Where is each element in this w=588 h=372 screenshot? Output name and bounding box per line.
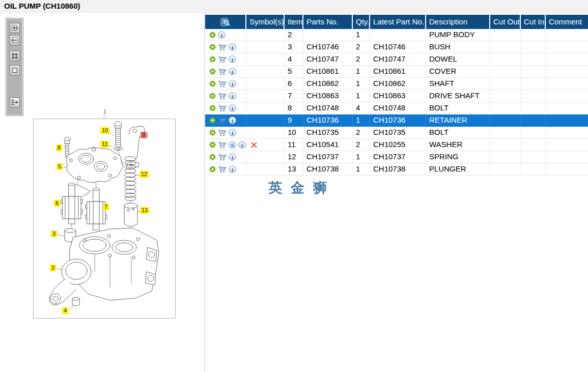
zoom-out-button[interactable] xyxy=(10,35,20,45)
table-row-item-6[interactable]: i6CH108621CH10862SHAFT xyxy=(205,78,588,90)
callout-13[interactable]: 13 xyxy=(140,207,149,214)
info-icon[interactable]: i xyxy=(229,55,236,63)
cell-qty: 1 xyxy=(353,115,370,126)
info-icon[interactable]: i xyxy=(229,43,236,51)
info-icon[interactable]: i xyxy=(218,31,226,39)
table-row-item-5[interactable]: i5CH108611CH10861COVER xyxy=(205,66,588,78)
gear-icon[interactable] xyxy=(209,105,216,111)
cart-icon[interactable] xyxy=(218,154,227,161)
column-header-desc[interactable]: Description xyxy=(426,15,490,29)
table-row-item-11[interactable]: Si11CH105412CH10255WASHER xyxy=(205,139,588,151)
gear-icon[interactable] xyxy=(209,154,216,160)
column-header-actions[interactable] xyxy=(205,15,246,29)
callout-2[interactable]: 2 xyxy=(50,265,56,271)
gear-icon[interactable] xyxy=(209,166,216,173)
callout-5[interactable]: 5 xyxy=(57,163,63,170)
callout-7[interactable]: 7 xyxy=(103,204,109,210)
cross-icon xyxy=(251,142,257,148)
column-header-item[interactable]: Item xyxy=(285,15,303,29)
cell-cutout xyxy=(490,115,521,126)
callout-6[interactable]: 6 xyxy=(54,200,60,207)
cart-icon[interactable] xyxy=(218,68,227,75)
info-icon[interactable]: i xyxy=(229,165,236,173)
column-header-parts[interactable]: Parts No. xyxy=(303,15,353,29)
callout-8[interactable]: 8 xyxy=(56,145,62,151)
panel-splitter[interactable] xyxy=(204,13,205,372)
table-row-item-8[interactable]: i8CH107484CH10748BOLT xyxy=(205,102,588,115)
cell-parts: CH10863 xyxy=(303,90,353,102)
tile-view-button[interactable] xyxy=(10,51,20,61)
gear-icon[interactable] xyxy=(209,93,216,99)
cell-cutout xyxy=(490,102,521,114)
table-row-item-13[interactable]: i13CH107381CH10738PLUNGER xyxy=(205,163,588,176)
cell-desc: DOWEL xyxy=(426,53,490,65)
info-icon[interactable]: i xyxy=(229,80,236,88)
cell-parts: CH10861 xyxy=(303,66,353,77)
cart-icon[interactable] xyxy=(218,117,227,124)
substitution-icon[interactable]: S xyxy=(229,141,236,149)
cell-actions: i xyxy=(205,90,246,102)
cart-icon[interactable] xyxy=(218,56,227,63)
detach-panel-button[interactable] xyxy=(10,97,20,107)
gear-icon[interactable] xyxy=(209,56,216,63)
cell-item: 4 xyxy=(285,53,303,65)
info-icon[interactable]: i xyxy=(229,117,236,124)
cell-parts: CH10862 xyxy=(303,78,353,90)
cart-icon[interactable] xyxy=(218,141,227,149)
callout-11[interactable]: 11 xyxy=(100,141,109,148)
table-row-item-3[interactable]: i3CH107462CH10746BUSH xyxy=(205,41,588,53)
cell-cutin xyxy=(521,78,546,90)
column-header-cutin[interactable]: Cut In xyxy=(521,15,546,29)
info-icon[interactable]: i xyxy=(238,141,246,149)
gear-icon[interactable] xyxy=(209,68,216,75)
column-header-latest[interactable]: Latest Part No. xyxy=(370,15,426,29)
column-header-qty[interactable]: Qty. xyxy=(353,15,370,29)
table-row-item-9[interactable]: i9CH107361CH10736RETAINER xyxy=(205,115,588,127)
cell-symbols xyxy=(246,115,285,126)
table-row-item-7[interactable]: i7CH108631CH10863DRIVE SHAFT xyxy=(205,90,588,102)
cell-comment xyxy=(546,163,588,175)
single-view-button[interactable] xyxy=(10,65,20,75)
gear-icon[interactable] xyxy=(209,129,216,136)
cart-icon[interactable] xyxy=(218,44,227,51)
info-icon[interactable]: i xyxy=(229,68,236,75)
column-header-comment[interactable]: Comment xyxy=(546,15,588,29)
cart-icon[interactable] xyxy=(218,166,227,173)
callout-4[interactable]: 4 xyxy=(62,307,68,314)
cell-qty: 4 xyxy=(353,102,370,114)
gear-icon[interactable] xyxy=(209,44,216,50)
table-row-item-2[interactable]: i21PUMP BODY xyxy=(205,29,588,41)
cell-cutin xyxy=(521,127,546,138)
detach-panel-icon xyxy=(11,98,19,106)
gear-icon[interactable] xyxy=(209,80,216,87)
callout-9[interactable]: 9 xyxy=(141,132,147,138)
info-icon[interactable]: i xyxy=(229,104,236,112)
table-row-item-4[interactable]: i4CH107472CH10747DOWEL xyxy=(205,53,588,66)
cart-icon[interactable] xyxy=(218,80,227,88)
page-title: OIL PUMP (CH10860) xyxy=(4,2,80,10)
gear-icon[interactable] xyxy=(209,141,216,148)
gear-icon[interactable] xyxy=(209,117,216,124)
callout-10[interactable]: 10 xyxy=(100,127,109,134)
zoom-in-button[interactable] xyxy=(10,23,20,33)
single-view-icon xyxy=(11,66,19,74)
gear-icon[interactable] xyxy=(209,32,216,38)
cell-actions: i xyxy=(205,127,246,138)
column-header-cutout[interactable]: Cut Out xyxy=(490,15,521,29)
cell-latest xyxy=(370,29,426,41)
diagram-panel xyxy=(33,119,176,319)
cell-item: 5 xyxy=(285,66,303,77)
callout-1[interactable]: 1 xyxy=(102,108,108,115)
table-row-item-12[interactable]: i12CH107371CH10737SPRING xyxy=(205,151,588,163)
column-header-symbols[interactable]: Symbol(s) xyxy=(246,15,285,29)
table-row-item-10[interactable]: i10CH107352CH10735BOLT xyxy=(205,127,588,139)
callout-12[interactable]: 12 xyxy=(139,171,149,178)
cart-icon[interactable] xyxy=(218,93,227,100)
info-icon[interactable]: i xyxy=(229,129,236,136)
callout-3[interactable]: 3 xyxy=(51,231,57,237)
cart-icon[interactable] xyxy=(218,129,227,136)
cart-icon[interactable] xyxy=(218,105,227,112)
info-icon[interactable]: i xyxy=(229,92,236,100)
cell-symbols xyxy=(246,151,285,163)
info-icon[interactable]: i xyxy=(229,153,236,161)
